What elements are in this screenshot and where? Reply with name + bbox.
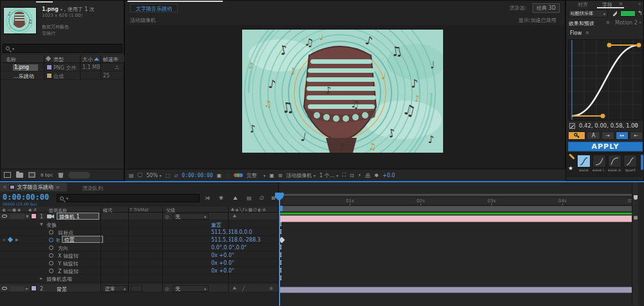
current-timecode[interactable]: 0:00:00:00 xyxy=(3,193,49,202)
flow-menu-icon[interactable]: ≡ xyxy=(585,30,589,35)
stopwatch-icon[interactable] xyxy=(49,230,53,234)
comp-marker-bin-icon[interactable] xyxy=(634,195,638,200)
column-size[interactable]: 大小 xyxy=(82,56,93,63)
sort-ascending-icon[interactable] xyxy=(94,57,99,61)
transform-group-row[interactable]: ▼ 变换 重置 xyxy=(0,220,278,228)
interpret-footage-icon[interactable] xyxy=(4,172,11,178)
viewer-timecode[interactable]: 0:00:00:00 xyxy=(182,173,213,178)
transparency-grid-icon[interactable]: ▱ xyxy=(174,173,178,178)
row2-name[interactable]: ...乐跳动 xyxy=(14,73,34,80)
track-scroll-handle[interactable] xyxy=(634,216,638,220)
prop-row-poi[interactable]: 目标点 511.5,318.0,0.0 xyxy=(0,228,278,236)
shy-icon[interactable]: ⛰ xyxy=(233,195,238,202)
ease-out-arrow-button[interactable]: → xyxy=(601,131,614,140)
group-expand-arrow[interactable]: ▼ xyxy=(40,222,43,226)
close-icon[interactable]: × xyxy=(3,184,7,190)
column-name[interactable]: 名称 xyxy=(6,56,16,63)
text-tool-button[interactable]: A xyxy=(587,131,600,140)
snapshot-tools-icon[interactable]: ▤ xyxy=(129,173,134,178)
favorite-star-icon[interactable]: ☆ xyxy=(633,122,638,128)
snapshot-camera-icon[interactable]: ▣ xyxy=(217,173,222,178)
prop-row-position[interactable]: ◀ ▶ ⊵ 位置 511.5,318.0,-288.3 xyxy=(0,236,278,244)
show-snapshot-icon[interactable]: ◌ xyxy=(225,173,230,178)
parent-pickwhip-icon[interactable]: ◎ xyxy=(165,286,169,292)
layer1-duration-bar[interactable] xyxy=(279,215,637,222)
camera-view-dropdown[interactable]: 活动摄像机 ▾ xyxy=(287,172,316,179)
new-composition-icon[interactable] xyxy=(28,172,35,178)
current-time-indicator[interactable] xyxy=(279,193,280,306)
layer2-quality-switch[interactable]: ╱ xyxy=(242,286,245,291)
dock-overflow-icon[interactable]: » xyxy=(639,20,641,25)
preset-ease-in[interactable]: ease i.. xyxy=(592,155,606,172)
stopwatch-icon[interactable] xyxy=(49,261,53,265)
row1-name[interactable]: 1.png xyxy=(13,64,38,71)
layer1-color-swatch[interactable] xyxy=(31,213,37,219)
fill-color-swatch[interactable] xyxy=(620,10,636,17)
view-layout-dropdown[interactable]: 1 个… ▾ xyxy=(319,172,338,179)
stopwatch-icon[interactable] xyxy=(49,253,53,258)
parent-pickwhip-icon[interactable]: ◎ xyxy=(165,214,169,220)
graph-editor-icon[interactable]: ⊠ xyxy=(271,195,276,201)
bit-depth-button[interactable]: 8 bpc xyxy=(41,173,53,178)
mini-flowchart-icon[interactable]: ⋊ xyxy=(205,195,210,201)
share-view-icon[interactable]: ⛶ xyxy=(342,172,346,178)
favorites-icon[interactable]: ★ xyxy=(568,165,573,171)
next-keyframe-icon[interactable]: ▶ xyxy=(15,237,19,242)
effects-menu-icon[interactable]: ≡ xyxy=(606,20,610,25)
layer-expand-arrow[interactable]: ▼ xyxy=(26,214,29,218)
timeline-tab-comp[interactable]: × 文字随音乐跳动 ≡ xyxy=(0,183,67,191)
preset-ease-out[interactable]: ease o.. xyxy=(608,155,621,172)
flowchart-icon[interactable]: 品 xyxy=(365,172,370,179)
work-area-bar[interactable] xyxy=(279,206,637,212)
timeline-tab-queue[interactable]: 渲染队列 xyxy=(82,185,103,192)
tab-motion2[interactable]: Motion 2 xyxy=(615,20,638,26)
eye-icon[interactable] xyxy=(2,215,7,218)
channels-icon[interactable] xyxy=(234,173,243,177)
project-row-1png[interactable]: 1.png PNG 文件 1.1 MB ∴ xyxy=(1,63,125,72)
resolution-dropdown[interactable]: 完整 ▾ xyxy=(247,172,265,179)
time-ruler[interactable]: 01s 02s 03s 04s 05s xyxy=(279,198,638,206)
screen-icon[interactable]: 🖵 xyxy=(138,172,143,178)
file-title-chevron-icon[interactable]: ▾ xyxy=(61,7,62,12)
trash-icon[interactable] xyxy=(58,172,63,178)
checkerboard-icon[interactable]: ⊞ xyxy=(278,173,283,178)
layer2-duration-bar[interactable] xyxy=(279,287,637,293)
layer2-color-swatch[interactable] xyxy=(31,285,37,291)
key-tool-button[interactable] xyxy=(568,131,585,140)
prop-row-orientation[interactable]: 方向 0.0°,0.0°,0.0° xyxy=(0,244,278,251)
project-search-input[interactable]: ▾ xyxy=(3,44,122,53)
layer2-switch-shy[interactable]: ♣ xyxy=(232,286,236,291)
layer-row-camera[interactable]: ▼ 1 摄像机 1 ◎ 无▾ ♣ xyxy=(0,213,278,220)
prop-row-zrotation[interactable]: Z 轴旋转 0x +0.0° xyxy=(0,267,278,274)
layer-collapsed-arrow[interactable]: ► xyxy=(26,286,29,291)
tab-flow[interactable]: Flow xyxy=(570,30,582,36)
tab-effects-presets[interactable]: 效果和预设 xyxy=(569,20,594,27)
overflow-icon[interactable]: » xyxy=(638,1,641,6)
dimension-link-icon[interactable]: ⊵ xyxy=(56,237,61,243)
timeline-navigator[interactable] xyxy=(281,194,636,196)
eyedropper-icon[interactable] xyxy=(612,10,618,17)
fast-preview-icon[interactable]: ⚡ xyxy=(358,173,362,178)
project-scroll-pill[interactable] xyxy=(68,172,90,178)
pixel-aspect-icon[interactable]: ⊡ xyxy=(350,173,354,178)
viewer-drag-handle[interactable] xyxy=(128,1,223,2)
reset-color-icon[interactable]: ↰ xyxy=(638,10,643,16)
font-family-dropdown[interactable]: 站酷快乐体 ▾ xyxy=(568,10,608,17)
viewer-tab[interactable]: 文字随音乐跳动 xyxy=(130,4,178,12)
viewer-canvas[interactable]: ♪ ♫ ♪ ♫ ♪ ♫ ♪ ♫ ♪ ♩ ♪ ♪ ♩ ♪ ♪ xyxy=(126,25,564,169)
column-framerate[interactable]: 帧速率 xyxy=(103,56,118,63)
zrotation-value[interactable]: 0x +0.0° xyxy=(211,268,234,274)
collapsed-arrow-icon[interactable]: ► xyxy=(40,276,43,280)
row1-label-swatch[interactable] xyxy=(46,64,52,70)
preset-scrollbar[interactable] xyxy=(641,155,643,170)
renderer-button[interactable]: 经典 3D xyxy=(533,3,560,13)
prop-row-xrotation[interactable]: X 轴旋转 0x +0.0° xyxy=(0,251,278,259)
flow-curve-editor[interactable] xyxy=(568,39,643,120)
character-menu-icon[interactable]: ≡ xyxy=(619,1,623,6)
trkmat-cell[interactable] xyxy=(131,285,142,292)
project-row-comp[interactable]: ...乐跳动 合成 25 xyxy=(1,72,125,80)
column-type[interactable]: 类型 xyxy=(53,56,64,63)
region-of-interest-icon[interactable]: ▣ xyxy=(269,173,274,178)
copy-values-icon[interactable] xyxy=(569,123,575,129)
poi-value[interactable]: 511.5,318.0,0.0 xyxy=(211,229,252,235)
